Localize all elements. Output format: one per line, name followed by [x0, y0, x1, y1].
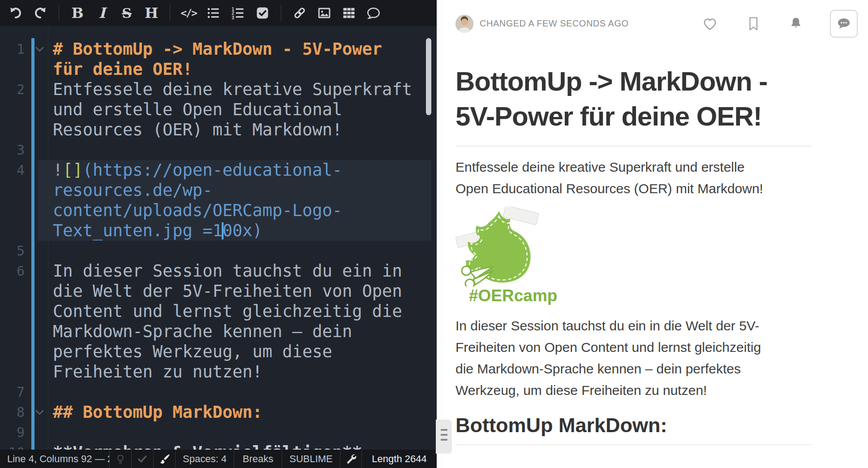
status-bar: Line 4, Columns 92 — 21 Spaces: 4 Breaks… [0, 450, 437, 468]
toolbar-separator [59, 5, 59, 21]
line-number: 7 [0, 384, 25, 400]
editor-row[interactable]: und erstelle Open Educational [0, 100, 437, 120]
toolbar-separator [170, 5, 170, 21]
editor-row[interactable]: content/uploads/OERCamp-Logo- [0, 200, 437, 221]
editor-row[interactable]: 6In dieser Session tauchst du ein in [0, 261, 437, 281]
changed-lines-bar [31, 38, 34, 450]
table-button[interactable] [339, 3, 359, 23]
section-heading: BottomUp MarkDown: [455, 414, 812, 445]
preview-header: CHANGED A FEW SECONDS AGO [455, 0, 868, 47]
split-divider [437, 0, 444, 468]
avatar[interactable] [455, 15, 473, 33]
lightbulb-icon [115, 453, 126, 465]
like-button[interactable] [702, 16, 718, 31]
image-button[interactable] [314, 3, 334, 23]
code-icon: </> [180, 7, 197, 19]
code-line-text: Entfessele deine kreative Superkraft [53, 79, 412, 100]
fold-chevron-icon[interactable] [25, 410, 53, 415]
grip-line [441, 434, 447, 436]
split-handle[interactable] [436, 420, 452, 454]
editor-row[interactable]: 7 [0, 382, 437, 402]
bold-button[interactable]: B [68, 3, 87, 23]
italic-button[interactable]: I [92, 3, 112, 23]
editor-row[interactable]: Markdown-Sprache kennen – dein [0, 321, 437, 342]
code-line-text: Freiheiten zu nutzen! [53, 362, 262, 382]
editor-row[interactable]: resources.de/wp- [0, 180, 437, 200]
undo-button[interactable] [6, 3, 26, 23]
linebreak-setting[interactable]: Breaks [234, 450, 282, 468]
line-number: 5 [0, 243, 25, 259]
spellcheck-button[interactable] [132, 450, 154, 468]
editor-row[interactable]: 3 [0, 140, 437, 160]
strikethrough-button[interactable]: S [117, 3, 137, 23]
bullet-list-button[interactable] [203, 3, 223, 23]
ordered-list-button[interactable]: 123 [228, 3, 248, 23]
code-line-text: ## BottomUp MarkDown: [53, 402, 262, 422]
editor-row[interactable]: 8## BottomUp MarkDown: [0, 402, 437, 422]
link-icon [293, 6, 306, 20]
editor-rows: 1# BottomUp -> MarkDown - 5V-Powerfür de… [0, 39, 437, 450]
lightbulb-button[interactable] [110, 450, 132, 468]
doc-title: BottomUp -> MarkDown - 5V-Power für dein… [455, 64, 868, 134]
code-line-text: # BottomUp -> MarkDown - 5V-Power [53, 39, 382, 59]
indent-setting[interactable]: Spaces: 4 [176, 450, 234, 468]
line-number: 8 [0, 404, 25, 420]
session-paragraph: In dieser Session tauchst du ein in die … [455, 315, 868, 401]
editor-row[interactable]: perfektes Werkzeug, um diese [0, 342, 437, 362]
preferences-button[interactable] [340, 450, 362, 468]
theme-button[interactable] [154, 450, 176, 468]
code-line-text: Resources (OER) mit Markdown! [53, 120, 342, 140]
fold-chevron-icon[interactable] [25, 47, 53, 52]
editor-row[interactable]: Text_unten.jpg =100x) [0, 221, 437, 241]
code-line-text: ![](https://open-educational- [53, 160, 342, 180]
editor-row[interactable]: 1# BottomUp -> MarkDown - 5V-Power [0, 39, 437, 59]
line-number: 3 [0, 142, 25, 158]
editor-row[interactable]: die Welt der 5V-Freiheiten von Open [0, 281, 437, 301]
oercamp-logo: #OERcamp [455, 207, 868, 305]
bold-icon: B [71, 4, 83, 22]
editor-row[interactable]: für deine OER! [0, 59, 437, 79]
open-comments-button[interactable] [830, 10, 858, 38]
heading-button[interactable]: H [142, 3, 161, 23]
notifications-button[interactable] [789, 16, 803, 31]
editor-row[interactable]: 5 [0, 241, 437, 261]
code-button[interactable]: </> [179, 3, 198, 23]
editor-pane: B I S H </> 123 [0, 0, 437, 468]
line-number: 10 [0, 445, 25, 450]
line-number: 6 [0, 263, 25, 279]
code-line-text: **Vermehren & Vervielfältigen** [53, 442, 362, 450]
bookmark-button[interactable] [747, 16, 760, 31]
code-editor[interactable]: 1# BottomUp -> MarkDown - 5V-Powerfür de… [0, 26, 437, 450]
code-line-text: Text_unten.jpg =100x) [53, 221, 262, 241]
link-button[interactable] [290, 3, 309, 23]
editor-row[interactable]: 4![](https://open-educational- [0, 160, 437, 180]
comment-button[interactable] [364, 3, 383, 23]
image-icon [318, 6, 331, 20]
line-number: 2 [0, 82, 25, 97]
table-icon [342, 6, 356, 20]
intro-paragraph: Entfessele deine kreative Superkraft und… [455, 156, 868, 199]
editor-scrollbar[interactable] [426, 38, 431, 115]
redo-button[interactable] [30, 3, 50, 23]
code-line-text: und erstelle Open Educational [53, 100, 342, 120]
line-number: 1 [0, 41, 25, 57]
line-number: 4 [0, 162, 25, 178]
heart-icon [702, 16, 718, 31]
editor-row[interactable]: Resources (OER) mit Markdown! [0, 120, 437, 140]
grip-line [441, 439, 447, 441]
code-line-text: Content und lernst gleichzeitig die [53, 301, 402, 321]
code-line-text: Markdown-Sprache kennen – dein [53, 321, 352, 342]
keymap-setting[interactable]: SUBLIME [282, 450, 340, 468]
checklist-button[interactable] [253, 3, 272, 23]
editor-row[interactable]: 10**Vermehren & Vervielfältigen** [0, 442, 437, 450]
editor-row[interactable]: 2Entfessele deine kreative Superkraft [0, 79, 437, 100]
code-line-text: perfektes Werkzeug, um diese [53, 342, 332, 362]
code-line-text: content/uploads/OERCamp-Logo- [53, 200, 342, 221]
editor-row[interactable]: 9 [0, 422, 437, 442]
editor-row[interactable]: Freiheiten zu nutzen! [0, 362, 437, 382]
title-divider [455, 146, 812, 147]
editor-row[interactable]: Content und lernst gleichzeitig die [0, 301, 437, 321]
checkbox-icon [256, 6, 269, 20]
code-line-text: In dieser Session tauchst du ein in [53, 261, 402, 281]
toolbar-separator [281, 5, 281, 21]
